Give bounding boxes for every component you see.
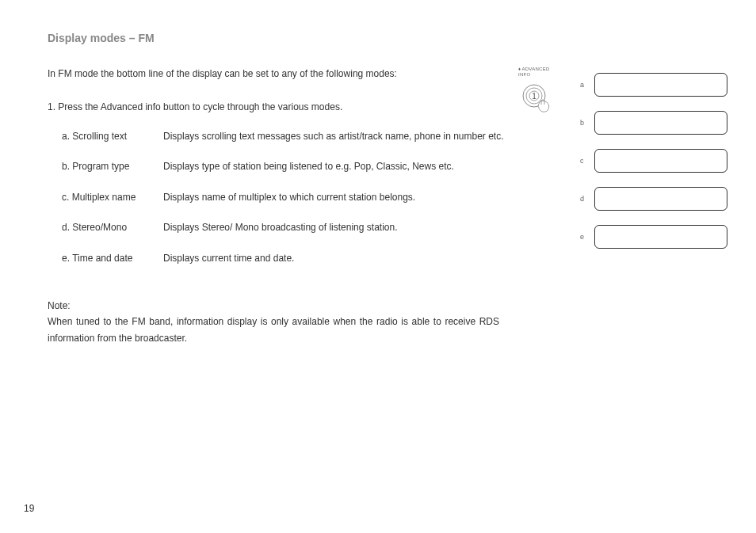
step-1: 1. Press the Advanced info button to cyc… xyxy=(48,100,499,114)
mode-label: e. Time and date xyxy=(62,250,163,280)
mode-desc: Displays type of station being listened … xyxy=(163,158,514,188)
display-row-d: d xyxy=(580,187,727,211)
advanced-info-button-figure: ♦ADVANCED INFO 1 xyxy=(514,67,569,120)
finger-press-icon: 1 xyxy=(518,80,558,120)
display-letter: d xyxy=(580,195,594,203)
bullet-icon: ♦ xyxy=(518,67,521,72)
display-box xyxy=(594,187,727,211)
display-row-a: a xyxy=(580,73,727,97)
display-letter: a xyxy=(580,81,594,89)
mode-row: c. Multiplex name Displays name of multi… xyxy=(62,189,514,219)
mode-label: a. Scrolling text xyxy=(62,128,163,158)
mode-row: a. Scrolling text Displays scrolling tex… xyxy=(62,128,514,158)
page-title: Display modes – FM xyxy=(48,32,732,44)
mode-label: c. Multiplex name xyxy=(62,189,163,219)
display-letter: e xyxy=(580,233,594,241)
content-area: In FM mode the bottom line of the displa… xyxy=(24,67,732,346)
mode-label: b. Program type xyxy=(62,158,163,188)
mode-desc: Displays Stereo/ Mono broadcasting of li… xyxy=(163,219,514,249)
mode-desc: Displays current time and date. xyxy=(163,250,514,280)
display-box xyxy=(594,73,727,97)
display-row-e: e xyxy=(580,225,727,249)
advanced-info-label: ♦ADVANCED INFO xyxy=(518,67,569,78)
display-letter: b xyxy=(580,119,594,127)
display-row-b: b xyxy=(580,111,727,135)
display-box xyxy=(594,149,727,173)
intro-text: In FM mode the bottom line of the displa… xyxy=(48,67,499,81)
modes-table: a. Scrolling text Displays scrolling tex… xyxy=(62,128,514,280)
mode-row: b. Program type Displays type of station… xyxy=(62,158,514,188)
mode-label: d. Stereo/Mono xyxy=(62,219,163,249)
mode-desc: Displays name of multiplex to which curr… xyxy=(163,189,514,219)
page-number: 19 xyxy=(24,503,34,514)
mode-row: d. Stereo/Mono Displays Stereo/ Mono bro… xyxy=(62,219,514,249)
button-number: 1 xyxy=(532,92,536,101)
mode-desc: Displays scrolling text messages such as… xyxy=(163,128,514,158)
display-row-c: c xyxy=(580,149,727,173)
display-letter: c xyxy=(580,157,594,165)
display-boxes-column: a b c d e xyxy=(580,73,727,263)
figure-column: ♦ADVANCED INFO 1 a b c xyxy=(514,67,732,346)
display-box xyxy=(594,111,727,135)
advanced-text: ADVANCED xyxy=(521,67,549,71)
mode-row: e. Time and date Displays current time a… xyxy=(62,250,514,280)
note-text: When tuned to the FM band, information d… xyxy=(48,314,499,346)
info-text: INFO xyxy=(518,72,531,77)
note-label: Note: xyxy=(48,298,499,314)
display-box xyxy=(594,225,727,249)
text-column: In FM mode the bottom line of the displa… xyxy=(48,67,499,346)
